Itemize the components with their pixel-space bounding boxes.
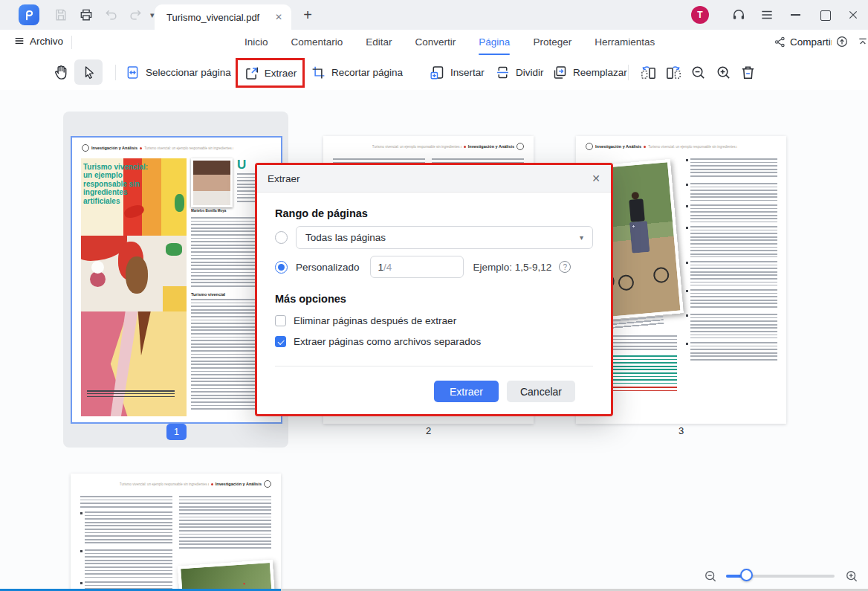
drop-cap: U bbox=[237, 158, 246, 172]
footnote-text bbox=[87, 390, 175, 397]
zoom-out-icon[interactable] bbox=[703, 569, 718, 584]
painted-animal bbox=[166, 243, 182, 256]
collapse-toolbar-icon[interactable] bbox=[857, 36, 868, 48]
document-tab[interactable]: Turismo_vivencial.pdf ✕ bbox=[155, 4, 291, 30]
journal-logo-icon bbox=[516, 143, 524, 150]
author-caption: Marielos Bonilla Moya bbox=[191, 209, 233, 213]
bullet-paragraph bbox=[686, 289, 777, 310]
user-avatar[interactable]: T bbox=[691, 6, 709, 24]
cloud-upload-icon[interactable] bbox=[835, 35, 849, 48]
range-heading: Rango de páginas bbox=[275, 207, 593, 219]
crop-icon bbox=[311, 65, 326, 80]
select-tool-button[interactable] bbox=[74, 59, 103, 85]
help-icon[interactable]: ? bbox=[559, 261, 571, 273]
extract-button-highlighted[interactable]: Extraer bbox=[236, 58, 305, 88]
photo-figure-woman bbox=[629, 198, 645, 222]
journal-header: Investigación y Análisis Turismo vivenci… bbox=[82, 144, 271, 152]
delete-after-checkbox[interactable] bbox=[275, 315, 286, 326]
delete-after-option[interactable]: Eliminar páginas después de extraer bbox=[275, 315, 593, 326]
archivo-menu-icon bbox=[13, 35, 25, 47]
foliage-photo bbox=[178, 560, 277, 591]
page-thumbnail-4[interactable]: Turismo vivencial: un ejemplo responsabl… bbox=[71, 474, 281, 591]
ant-illustration bbox=[123, 203, 145, 220]
dialog-close-icon[interactable]: ✕ bbox=[592, 172, 600, 184]
page-thumbnail-1[interactable]: Investigación y Análisis Turismo vivenci… bbox=[71, 136, 282, 424]
green-illustration bbox=[175, 194, 184, 212]
rotate-right-icon[interactable] bbox=[665, 64, 682, 81]
replace-button[interactable]: Reemplazar bbox=[552, 55, 627, 90]
custom-radio[interactable] bbox=[275, 261, 288, 274]
dialog-titlebar[interactable]: Extraer ✕ bbox=[257, 165, 611, 193]
dialog-title: Extraer bbox=[268, 173, 592, 184]
delete-page-icon[interactable] bbox=[739, 64, 757, 81]
hand-tool-icon[interactable] bbox=[52, 64, 69, 81]
app-menu-icon[interactable] bbox=[760, 7, 774, 22]
document-tab-title: Turismo_vivencial.pdf bbox=[166, 12, 269, 23]
page-range-input[interactable]: 1/4 bbox=[370, 256, 464, 278]
text-placeholder bbox=[80, 496, 172, 508]
select-page-icon bbox=[125, 65, 140, 80]
photo-figure-headscarf bbox=[91, 261, 104, 274]
pdfelement-window: ▾ Turismo_vivencial.pdf ✕ + T Archivo In… bbox=[0, 0, 868, 591]
zoom-in-icon[interactable] bbox=[844, 569, 859, 584]
journal-logo-icon bbox=[264, 480, 271, 488]
minimize-button[interactable] bbox=[791, 14, 800, 16]
bullet-paragraph bbox=[686, 261, 777, 285]
new-tab-button[interactable]: + bbox=[299, 6, 317, 24]
tab-proteger[interactable]: Proteger bbox=[533, 30, 571, 55]
author-portrait-photo bbox=[191, 158, 233, 207]
insert-page-button[interactable]: Insertar bbox=[430, 55, 485, 90]
photo-figure-skirt bbox=[629, 221, 650, 253]
save-icon[interactable] bbox=[54, 7, 68, 22]
tab-comentario[interactable]: Comentario bbox=[291, 30, 343, 55]
replace-icon bbox=[552, 65, 568, 80]
tab-inicio[interactable]: Inicio bbox=[244, 30, 268, 55]
close-window-button[interactable] bbox=[847, 9, 859, 21]
all-pages-row: Todas las páginas ▾ bbox=[275, 226, 593, 249]
custom-range-row: Personalizado 1/4 Ejemplo: 1,5-9,12 ? bbox=[275, 256, 593, 278]
page4-left-column bbox=[80, 496, 172, 591]
toolbar-divider bbox=[115, 65, 116, 80]
header-red-dot bbox=[140, 147, 142, 149]
redo-icon[interactable] bbox=[128, 7, 143, 22]
tab-editar[interactable]: Editar bbox=[366, 30, 392, 55]
page3-bullet-column bbox=[686, 158, 777, 416]
page1-color-stripes: Turismo vivencial: un ejemplo responsabl… bbox=[81, 158, 187, 236]
split-button[interactable]: Dividir bbox=[495, 55, 544, 90]
separate-files-checkbox[interactable] bbox=[275, 336, 286, 347]
maximize-button[interactable] bbox=[820, 10, 831, 21]
crop-page-button[interactable]: Recortar página bbox=[311, 55, 403, 90]
select-page-button[interactable]: Seleccionar página bbox=[125, 55, 231, 90]
app-logo[interactable] bbox=[19, 4, 39, 25]
print-icon[interactable] bbox=[79, 7, 94, 22]
bullet-paragraph bbox=[686, 204, 777, 222]
all-pages-select[interactable]: Todas las páginas ▾ bbox=[296, 226, 593, 249]
all-pages-radio[interactable] bbox=[275, 231, 288, 244]
zoom-out-icon[interactable] bbox=[690, 64, 707, 81]
page-number-badge: 1 bbox=[166, 424, 187, 440]
tab-pagina[interactable]: Página bbox=[479, 30, 510, 55]
archivo-menu[interactable]: Archivo bbox=[13, 35, 63, 47]
zoom-control bbox=[691, 563, 868, 589]
tab-herramientas[interactable]: Herramientas bbox=[595, 30, 655, 55]
quickbar-dropdown-icon[interactable]: ▾ bbox=[150, 10, 155, 20]
photo-figure-hair bbox=[126, 256, 148, 294]
rotate-left-icon[interactable] bbox=[640, 64, 657, 81]
separate-files-option[interactable]: Extraer páginas como archivos separados bbox=[275, 336, 593, 347]
cancel-button[interactable]: Cancelar bbox=[507, 381, 575, 402]
header-red-dot bbox=[464, 146, 466, 148]
support-headset-icon[interactable] bbox=[731, 7, 746, 22]
extract-confirm-button[interactable]: Extraer bbox=[434, 381, 499, 402]
undo-icon[interactable] bbox=[104, 7, 119, 22]
dialog-footer: Extraer Cancelar bbox=[275, 366, 593, 411]
zoom-slider-thumb[interactable] bbox=[740, 569, 753, 581]
tab-convertir[interactable]: Convertir bbox=[415, 30, 456, 55]
zoom-in-icon[interactable] bbox=[715, 64, 732, 81]
share-button[interactable]: Compartir bbox=[774, 35, 868, 48]
page-toolbar: Seleccionar página Extraer Recortar pági… bbox=[0, 55, 868, 91]
toolbar-divider bbox=[628, 65, 629, 80]
menubar-divider bbox=[71, 36, 72, 49]
more-options-heading: Más opciones bbox=[275, 293, 593, 305]
tab-close-icon[interactable]: ✕ bbox=[275, 12, 282, 22]
range-example: Ejemplo: 1,5-9,12 bbox=[473, 262, 552, 273]
